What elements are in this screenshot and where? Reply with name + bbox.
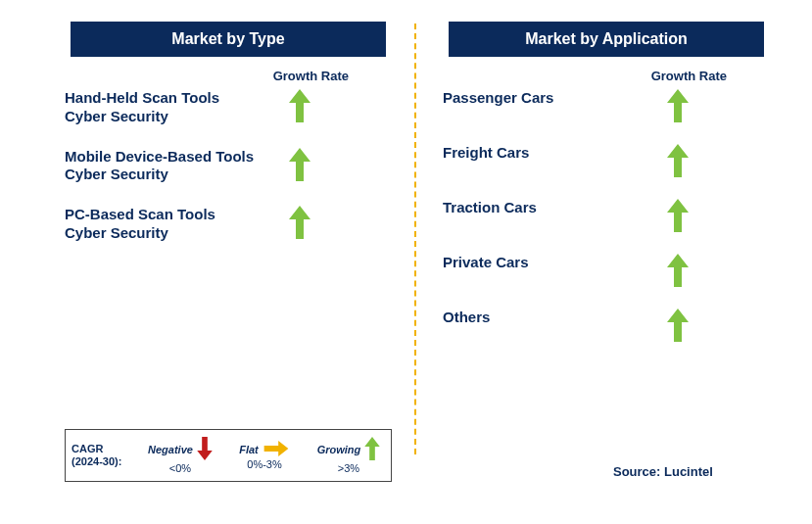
cagr-line1: CAGR (72, 443, 103, 454)
growth-rate-label-left: Growth Rate (65, 69, 349, 83)
source-label: Source: Lucintel (613, 464, 713, 479)
up-arrow-icon (658, 254, 697, 287)
application-row: Passenger Cars (443, 89, 788, 122)
type-row-label: Mobile Device-Based Tools Cyber Security (65, 148, 261, 185)
legend-negative-label: Negative (148, 444, 193, 455)
up-arrow-icon (658, 89, 697, 122)
up-arrow-icon (364, 437, 380, 462)
type-rows: Hand-Held Scan Tools Cyber Security Mobi… (65, 89, 409, 243)
down-arrow-icon (197, 437, 213, 462)
type-row-label: Hand-Held Scan Tools Cyber Security (65, 89, 261, 126)
market-by-type-title: Market by Type (71, 22, 386, 57)
type-row-label: PC-Based Scan Tools Cyber Security (65, 206, 261, 243)
cagr-label: CAGR (2024-30): (66, 443, 138, 468)
application-row-label: Private Cars (443, 254, 639, 272)
legend-growing-range: >3% (338, 462, 359, 474)
application-row-label: Others (443, 309, 639, 327)
application-row-label: Passenger Cars (443, 89, 639, 108)
application-row-label: Freight Cars (443, 144, 639, 163)
page: Market by Type Growth Rate Hand-Held Sca… (0, 0, 812, 524)
legend-growing: Growing >3% (307, 437, 391, 474)
legend-flat-label: Flat (239, 444, 259, 455)
growth-rate-label-right: Growth Rate (443, 69, 727, 83)
market-by-application-title: Market by Application (449, 22, 764, 57)
application-row-label: Traction Cars (443, 199, 639, 217)
legend-growing-label: Growing (317, 444, 361, 455)
type-row: Mobile Device-Based Tools Cyber Security (65, 148, 409, 185)
cagr-legend: CAGR (2024-30): Negative <0% Flat 0%-3% (65, 429, 392, 482)
up-arrow-icon (280, 89, 319, 122)
application-row: Others (443, 309, 788, 342)
up-arrow-icon (658, 309, 697, 342)
market-by-application-column: Market by Application Growth Rate Passen… (443, 22, 788, 363)
up-arrow-icon (658, 144, 697, 177)
type-row: Hand-Held Scan Tools Cyber Security (65, 89, 409, 126)
cagr-line2: (2024-30): (72, 455, 121, 467)
type-row: PC-Based Scan Tools Cyber Security (65, 206, 409, 243)
legend-negative: Negative <0% (138, 437, 222, 474)
up-arrow-icon (658, 199, 697, 232)
market-by-type-column: Market by Type Growth Rate Hand-Held Sca… (65, 22, 409, 264)
application-row: Private Cars (443, 254, 788, 287)
application-row: Traction Cars (443, 199, 788, 232)
legend-flat-range: 0%-3% (247, 458, 281, 470)
up-arrow-icon (280, 206, 319, 239)
up-arrow-icon (280, 148, 319, 181)
application-row: Freight Cars (443, 144, 788, 177)
legend-negative-range: <0% (169, 462, 191, 474)
column-divider (414, 24, 416, 454)
application-rows: Passenger Cars Freight Cars Traction Car… (443, 89, 788, 342)
right-arrow-icon (263, 441, 290, 458)
legend-flat: Flat 0%-3% (222, 441, 307, 470)
